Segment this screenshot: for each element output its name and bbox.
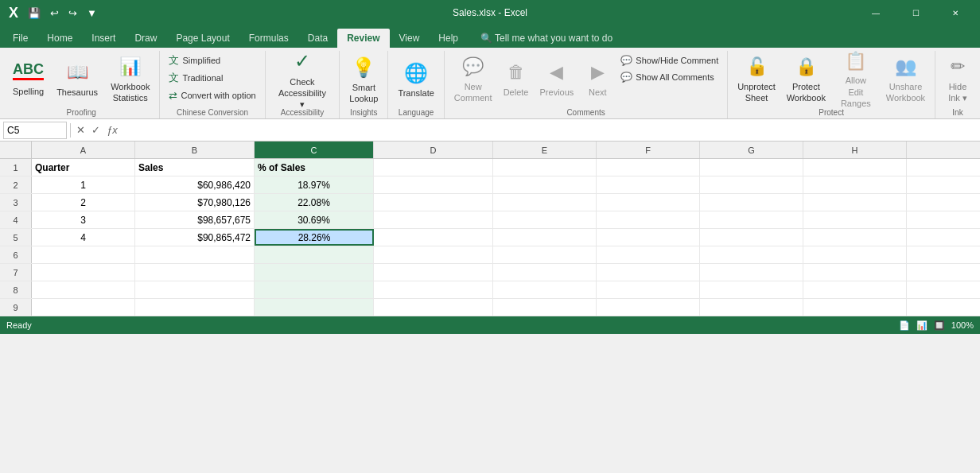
confirm-formula-icon[interactable]: ✓ [89, 124, 103, 136]
translate-icon: 🌐 [404, 60, 428, 85]
hide-ink-button[interactable]: ✏ HideInk ▾ [940, 52, 975, 107]
language-label: Language [388, 108, 443, 117]
protect-workbook-button[interactable]: 🔒 ProtectWorkbook [782, 52, 830, 107]
insights-label: Insights [340, 108, 387, 117]
title-bar-right: — ☐ ✕ [858, 0, 974, 25]
unprotect-sheet-button[interactable]: 🔓 UnprotectSheet [733, 52, 780, 107]
tab-draw[interactable]: Draw [125, 29, 166, 48]
save-icon[interactable]: 💾 [25, 6, 43, 21]
spelling-button[interactable]: ABC Spelling [8, 52, 49, 107]
dialog-overlay: Microsoft Excel ✕ ⚠ The cell or chart yo… [0, 142, 980, 316]
previous-comment-button[interactable]: ◀ Previous [535, 52, 579, 107]
check-accessibility-label: CheckAccessibility ▾ [275, 76, 330, 110]
ribbon-group-language: 🌐 Translate Language [388, 51, 444, 118]
simplified-icon: 文 [169, 53, 179, 68]
unprotect-sheet-label: UnprotectSheet [737, 81, 776, 104]
redo-icon[interactable]: ↪ [66, 6, 80, 21]
minimize-button[interactable]: — [858, 0, 894, 25]
tab-data[interactable]: Data [298, 29, 337, 48]
unshare-workbook-icon: 👥 [895, 56, 916, 79]
ribbon-group-chinese: 文 Simplified 文 Traditional ⇄ Convert wit… [160, 51, 265, 118]
delete-comment-icon: 🗑 [508, 61, 525, 84]
name-box[interactable]: C5 [3, 122, 67, 139]
window-title: Sales.xlsx - Excel [453, 7, 527, 18]
check-accessibility-icon: ✓ [294, 48, 310, 73]
convert-button[interactable]: ⇄ Convert with option [165, 87, 259, 103]
convert-icon: ⇄ [169, 90, 177, 102]
translate-label: Translate [398, 87, 434, 99]
unprotect-sheet-icon: 🔓 [746, 56, 768, 79]
show-all-comments-button[interactable]: 💬 Show All Comments [616, 69, 722, 85]
chinese-col: 文 Simplified 文 Traditional ⇄ Convert wit… [165, 52, 259, 103]
show-all-icon: 💬 [620, 72, 632, 83]
spreadsheet: A B C D E F G H 1 Quarter Sales % of Sal… [0, 142, 980, 316]
status-bar: Ready 📄 📊 🔲 100% [0, 316, 980, 334]
check-accessibility-button[interactable]: ✓ CheckAccessibility ▾ [270, 52, 335, 107]
title-bar: X 💾 ↩ ↪ ▼ Sales.xlsx - Excel — ☐ ✕ [0, 0, 980, 25]
more-icon[interactable]: ▼ [84, 6, 99, 21]
traditional-label: Traditional [182, 73, 223, 83]
next-comment-icon: ▶ [591, 61, 605, 84]
insert-function-icon[interactable]: ƒx [104, 124, 120, 136]
show-hide-label: Show/Hide Comment [636, 56, 718, 65]
new-comment-label: NewComment [454, 81, 492, 104]
undo-icon[interactable]: ↩ [48, 6, 61, 21]
new-comment-button[interactable]: 💬 NewComment [449, 52, 497, 107]
ribbon-group-insights: 💡 SmartLookup Insights [340, 51, 388, 118]
thesaurus-label: Thesaurus [56, 87, 98, 98]
smart-lookup-label: SmartLookup [349, 82, 378, 105]
protect-workbook-icon: 🔒 [795, 56, 817, 79]
ink-label: Ink [935, 108, 980, 117]
normal-view-icon[interactable]: 📄 [899, 320, 910, 331]
cancel-formula-icon[interactable]: ✕ [74, 124, 88, 136]
delete-comment-label: Delete [504, 87, 529, 98]
delete-comment-button[interactable]: 🗑 Delete [499, 52, 534, 107]
tab-file[interactable]: File [3, 29, 37, 48]
unshare-workbook-label: UnshareWorkbook [886, 81, 925, 104]
show-all-label: Show All Comments [636, 72, 714, 82]
show-comments-col: 💬 Show/Hide Comment 💬 Show All Comments [616, 52, 722, 85]
close-button[interactable]: ✕ [937, 0, 974, 25]
tab-help[interactable]: Help [429, 29, 468, 48]
protect-label: Protect [728, 108, 935, 117]
smart-lookup-button[interactable]: 💡 SmartLookup [344, 52, 383, 107]
workbook-statistics-button[interactable]: 📊 WorkbookStatistics [106, 52, 154, 107]
tab-view[interactable]: View [390, 29, 430, 48]
maximize-button[interactable]: ☐ [897, 0, 934, 25]
page-break-view-icon[interactable]: 🔲 [934, 320, 945, 331]
ribbon-tabs: File Home Insert Draw Page Layout Formul… [0, 25, 980, 48]
tab-pagelayout[interactable]: Page Layout [166, 29, 239, 48]
allow-edit-ranges-icon: 📋 [845, 50, 866, 73]
translate-button[interactable]: 🌐 Translate [393, 52, 438, 107]
traditional-button[interactable]: 文 Traditional [165, 70, 259, 86]
ribbon-group-proofing: ABC Spelling 📖 Thesaurus 📊 WorkbookStati… [3, 51, 160, 118]
workbook-statistics-icon: 📊 [119, 56, 141, 79]
formula-input[interactable] [123, 122, 977, 139]
allow-edit-ranges-button[interactable]: 📋 Allow EditRanges [832, 52, 880, 107]
tab-formulas[interactable]: Formulas [239, 29, 298, 48]
chinese-label: Chinese Conversion [160, 108, 264, 117]
unshare-workbook-button[interactable]: 👥 UnshareWorkbook [881, 52, 930, 107]
tab-home[interactable]: Home [37, 29, 82, 48]
status-mode: Ready [6, 320, 32, 330]
thesaurus-button[interactable]: 📖 Thesaurus [52, 52, 103, 107]
comments-label: Comments [445, 108, 727, 117]
tab-insert[interactable]: Insert [82, 29, 125, 48]
protect-workbook-label: ProtectWorkbook [787, 81, 826, 104]
show-hide-comment-button[interactable]: 💬 Show/Hide Comment [616, 52, 722, 68]
title-bar-left: X 💾 ↩ ↪ ▼ [6, 3, 99, 23]
page-layout-view-icon[interactable]: 📊 [916, 320, 928, 331]
next-comment-button[interactable]: ▶ Next [580, 52, 615, 107]
hide-ink-label: HideInk ▾ [948, 81, 967, 104]
show-hide-icon: 💬 [620, 55, 632, 66]
simplified-label: Simplified [182, 56, 220, 65]
ribbon-body: ABC Spelling 📖 Thesaurus 📊 WorkbookStati… [0, 48, 980, 119]
tab-review[interactable]: Review [337, 29, 389, 48]
ribbon-group-protect: 🔓 UnprotectSheet 🔒 ProtectWorkbook 📋 All… [728, 51, 935, 118]
tab-search[interactable]: 🔍 Tell me what you want to do [468, 29, 622, 48]
formula-bar: C5 ✕ ✓ ƒx [0, 119, 980, 142]
status-right: 📄 📊 🔲 100% [899, 320, 974, 331]
ribbon-group-ink: ✏ HideInk ▾ Ink [935, 51, 980, 118]
smart-lookup-icon: 💡 [352, 55, 375, 79]
simplified-button[interactable]: 文 Simplified [165, 52, 259, 68]
